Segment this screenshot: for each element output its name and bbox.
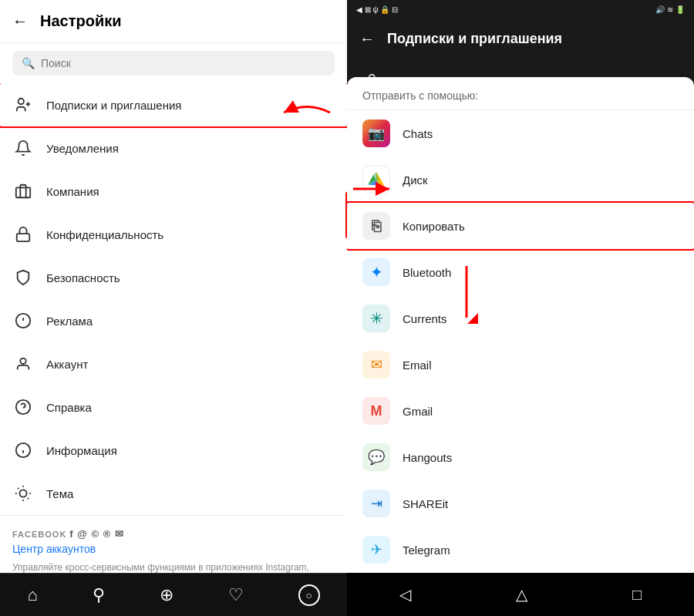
- telegram-app-icon: ✈: [362, 536, 390, 564]
- right-panel: ◀ ⊠ ψ 🔒 ⊟ 🔊 ≋ 🔋 ← Подписки и приглашения…: [347, 0, 694, 616]
- gmail-app-icon: M: [362, 397, 390, 425]
- share-item-gmail[interactable]: M Gmail: [347, 388, 694, 434]
- share-item-chats[interactable]: 📷 Chats: [347, 110, 694, 157]
- left-panel: ← Настройки 🔍 Подписки и приглашения Уве…: [0, 0, 347, 616]
- share-item-bluetooth[interactable]: ✦ Bluetooth: [347, 249, 694, 295]
- left-menu-list: Подписки и приглашения Уведомления Компа…: [0, 83, 347, 573]
- menu-item-info[interactable]: Информация: [0, 429, 347, 472]
- facebook-label: FACEBOOK f @ © ® ✉: [12, 528, 335, 540]
- menu-item-subscriptions[interactable]: Подписки и приглашения: [0, 83, 347, 126]
- telegram-app-name: Telegram: [403, 544, 450, 557]
- share-item-hangouts[interactable]: 💬 Hangouts: [347, 434, 694, 480]
- share-item-currents[interactable]: ✳ Currents: [347, 295, 694, 342]
- account-center-link[interactable]: Центр аккаунтов: [12, 543, 335, 555]
- menu-item-privacy[interactable]: Конфиденциальность: [0, 213, 347, 256]
- theme-label: Тема: [46, 487, 73, 500]
- search-nav-icon[interactable]: ⚲: [93, 585, 105, 605]
- subscriptions-icon: [12, 94, 34, 116]
- menu-item-account[interactable]: Аккаунт: [0, 342, 347, 385]
- help-label: Справка: [46, 401, 92, 414]
- theme-icon: [12, 483, 34, 504]
- svg-point-0: [19, 99, 24, 104]
- status-right-icons: 🔊 ≋ 🔋: [655, 5, 685, 14]
- left-back-button[interactable]: ←: [12, 12, 28, 30]
- left-title: Настройки: [40, 12, 122, 30]
- account-label: Аккаунт: [46, 358, 88, 371]
- info-label: Информация: [46, 444, 117, 457]
- menu-item-help[interactable]: Справка: [0, 385, 347, 429]
- facebook-section: FACEBOOK f @ © ® ✉ Центр аккаунтов Управ…: [0, 515, 347, 573]
- facebook-social-icons: f @ © ® ✉: [69, 528, 124, 540]
- profile-nav-icon[interactable]: ○: [298, 584, 320, 606]
- ads-icon: [12, 310, 34, 332]
- company-label: Компания: [46, 185, 99, 198]
- right-title: Подписки и приглашения: [387, 31, 562, 47]
- help-icon: [12, 396, 34, 418]
- right-back-button[interactable]: ←: [359, 30, 375, 48]
- menu-item-notifications[interactable]: Уведомления: [0, 126, 347, 170]
- bluetooth-app-icon: ✦: [362, 258, 390, 286]
- copy-app-icon: ⎘: [362, 212, 390, 240]
- shareit-app-name: SHAREit: [403, 497, 448, 510]
- share-item-drive[interactable]: Диск: [347, 157, 694, 203]
- left-bottom-nav: ⌂ ⚲ ⊕ ♡ ○: [0, 573, 347, 616]
- email-app-name: Email: [403, 358, 432, 372]
- svg-line-17: [18, 488, 19, 489]
- svg-point-8: [20, 358, 25, 364]
- privacy-label: Конфиденциальность: [46, 228, 163, 241]
- email-app-icon: ✉: [362, 351, 390, 379]
- notifications-label: Уведомления: [46, 142, 119, 155]
- recents-nav-icon[interactable]: □: [632, 586, 642, 604]
- share-sheet: Отправить с помощью: 📷 Chats Диск ⎘ Копи…: [347, 77, 694, 573]
- company-icon: [12, 180, 34, 202]
- hangouts-app-icon: 💬: [362, 443, 390, 471]
- share-item-email[interactable]: ✉ Email: [347, 342, 694, 388]
- search-bar[interactable]: 🔍: [12, 51, 335, 76]
- ads-label: Реклама: [46, 315, 93, 328]
- currents-app-name: Currents: [403, 312, 447, 325]
- svg-rect-3: [16, 187, 30, 197]
- facebook-desc: Управляйте кросс-сервисными функциями в …: [12, 561, 335, 573]
- right-header: ← Подписки и приглашения: [347, 19, 694, 59]
- share-item-copy[interactable]: ⎘ Копировать: [347, 203, 694, 249]
- status-left-icons: ◀ ⊠ ψ 🔒 ⊟: [356, 5, 398, 14]
- security-icon: [12, 267, 34, 288]
- left-header: ← Настройки: [0, 0, 347, 43]
- menu-item-theme[interactable]: Тема: [0, 472, 347, 515]
- share-item-telegram[interactable]: ✈ Telegram: [347, 527, 694, 573]
- menu-item-ads[interactable]: Реклама: [0, 299, 347, 342]
- share-item-shareit[interactable]: ⇥ SHAREit: [347, 480, 694, 527]
- svg-rect-4: [17, 234, 30, 241]
- notifications-icon: [12, 137, 34, 159]
- subscriptions-label: Подписки и приглашения: [46, 99, 181, 112]
- security-label: Безопасность: [46, 271, 120, 284]
- gmail-app-name: Gmail: [403, 405, 433, 418]
- hangouts-app-name: Hangouts: [403, 451, 452, 464]
- drive-app-icon: [362, 166, 390, 194]
- share-sheet-header: Отправить с помощью:: [347, 77, 694, 110]
- currents-app-icon: ✳: [362, 305, 390, 332]
- privacy-icon: [12, 224, 34, 245]
- add-nav-icon[interactable]: ⊕: [160, 585, 174, 605]
- search-icon: 🔍: [22, 57, 35, 69]
- info-icon: [12, 439, 34, 461]
- chats-app-name: Chats: [403, 127, 433, 140]
- shareit-app-icon: ⇥: [362, 490, 390, 517]
- copy-app-name: Копировать: [403, 220, 465, 233]
- back-nav-icon[interactable]: ◁: [399, 585, 411, 604]
- drive-app-name: Диск: [403, 173, 428, 187]
- home-nav-icon[interactable]: ⌂: [27, 585, 37, 605]
- chats-app-icon: 📷: [362, 119, 390, 147]
- right-bottom-nav: ◁ △ □: [347, 573, 694, 616]
- status-bar: ◀ ⊠ ψ 🔒 ⊟ 🔊 ≋ 🔋: [347, 0, 694, 19]
- svg-line-18: [28, 498, 29, 499]
- menu-item-company[interactable]: Компания: [0, 170, 347, 213]
- bluetooth-app-name: Bluetooth: [403, 266, 451, 279]
- account-icon: [12, 353, 34, 375]
- menu-item-security[interactable]: Безопасность: [0, 256, 347, 299]
- search-input[interactable]: [41, 57, 325, 69]
- svg-point-14: [19, 490, 26, 497]
- heart-nav-icon[interactable]: ♡: [228, 585, 244, 605]
- home-nav-icon-right[interactable]: △: [516, 585, 527, 604]
